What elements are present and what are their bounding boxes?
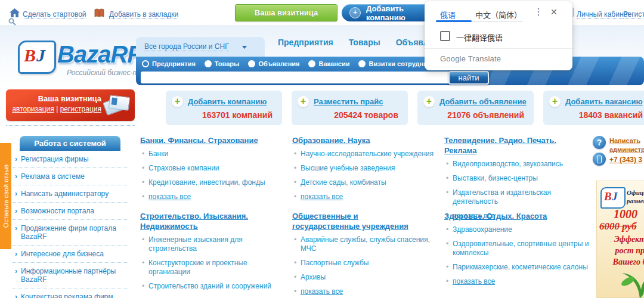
personal-cabinet-link[interactable]: Личный кабинет bbox=[577, 10, 630, 19]
show-all-link[interactable]: показать все bbox=[292, 193, 438, 201]
radio-icon[interactable] bbox=[248, 60, 255, 67]
category-link[interactable]: Видеопроизводство, звукозапись bbox=[444, 160, 590, 169]
sidebar: Работа с системой Регистрация фирмы Рекл… bbox=[12, 136, 128, 298]
scope-ads[interactable]: Объявления bbox=[248, 60, 299, 67]
find-button[interactable]: найти bbox=[448, 71, 489, 85]
plant-icon bbox=[616, 266, 644, 298]
category-title[interactable]: Образование. Наука bbox=[292, 135, 422, 145]
phone-icon bbox=[593, 153, 606, 166]
radio-icon[interactable] bbox=[358, 60, 366, 67]
sidebar-item-info-partners[interactable]: Информационные партнёры BazaRF bbox=[12, 263, 128, 288]
add-bookmarks-link[interactable]: Добавить в закладки bbox=[109, 10, 178, 19]
sidebar-item-business-interest[interactable]: Интересное для бизнеса bbox=[12, 246, 128, 263]
more-options-icon[interactable]: ⋮ bbox=[534, 6, 543, 17]
category-link[interactable]: Паспортные службы bbox=[292, 259, 438, 268]
category-link[interactable]: Инженерные изыскания для строительства bbox=[140, 235, 286, 253]
category-title[interactable]: Общественные и государственные учреждени… bbox=[292, 211, 422, 231]
links-divider: | bbox=[56, 105, 58, 113]
registration-link[interactable]: Регистрация bbox=[623, 10, 644, 19]
scope-vacancies[interactable]: Вакансии bbox=[308, 60, 349, 67]
register-link[interactable]: регистрация bbox=[60, 105, 101, 113]
category-link[interactable]: Выставки, бизнес-центры bbox=[444, 174, 590, 183]
category-link[interactable]: Научно-исследовательские учреждения bbox=[292, 150, 438, 159]
category-title[interactable]: Банки. Финансы. Страхование bbox=[140, 135, 270, 145]
category-link[interactable]: Аварийные службы, службы спасения, МЧС bbox=[292, 235, 438, 253]
scope-companies[interactable]: Предприятия bbox=[142, 60, 196, 67]
place-price-link[interactable]: Разместить прайс bbox=[314, 97, 383, 106]
radio-selected-icon[interactable] bbox=[142, 60, 149, 67]
search-input[interactable] bbox=[141, 72, 460, 83]
category-banks-finance: Банки. Финансы. Страхование Банки Страхо… bbox=[140, 135, 286, 207]
your-card-button[interactable]: Ваша визитница bbox=[235, 4, 338, 21]
category-education-science: Образование. Наука Научно-исследовательс… bbox=[292, 135, 438, 207]
category-link[interactable]: Издательства и издательская деятельность bbox=[444, 188, 590, 206]
category-link[interactable]: Детские сады, комбинаты bbox=[292, 178, 438, 187]
scope-label: Вакансии bbox=[318, 60, 349, 67]
category-link[interactable]: Строительство зданий и сооружений bbox=[140, 282, 286, 291]
plus-icon: + bbox=[298, 96, 309, 107]
scope-label: Предприятия bbox=[152, 60, 196, 67]
logo-main-text: BazaRF bbox=[57, 41, 141, 67]
category-link[interactable]: Парикмахерские, косметические салоны bbox=[444, 263, 590, 272]
write-admin-link[interactable]: Написать администратору bbox=[609, 136, 644, 154]
category-link[interactable]: Банки bbox=[140, 150, 286, 159]
category-link[interactable]: Архивы bbox=[292, 273, 438, 282]
category-title[interactable]: Здоровье. Отдых. Красота bbox=[444, 211, 574, 221]
scope-label: Объявления bbox=[258, 60, 299, 67]
feedback-tab[interactable]: Оставьте свой отзыв bbox=[0, 143, 11, 249]
nav-goods[interactable]: Товары bbox=[349, 38, 380, 47]
search-icon bbox=[8, 17, 16, 28]
category-title[interactable]: Строительство. Изыскания. Недвижимость bbox=[140, 211, 270, 231]
logo-letter-b: B bbox=[24, 45, 36, 66]
radio-icon[interactable] bbox=[205, 60, 212, 67]
category-link[interactable]: Кредитование, инвестиции, фонды bbox=[140, 178, 286, 187]
feedback-tab-label: Оставьте свой отзыв bbox=[2, 164, 10, 228]
category-title[interactable]: Телевидение. Радио. Печать. Реклама bbox=[444, 135, 574, 156]
scope-goods[interactable]: Товары bbox=[205, 60, 240, 67]
sidebar-item-firm-registration[interactable]: Регистрация фирмы bbox=[12, 151, 128, 168]
radio-icon[interactable] bbox=[308, 60, 315, 67]
always-translate-label: 一律翻译俄语 bbox=[456, 32, 503, 43]
show-all-link[interactable]: показать все bbox=[444, 277, 590, 286]
category-link[interactable]: Страховые компании bbox=[140, 164, 286, 173]
phone-number-link[interactable]: +7 (343) 3 bbox=[609, 156, 642, 164]
add-company-card-link[interactable]: Добавить компанию bbox=[188, 97, 267, 106]
login-link[interactable]: авторизация bbox=[12, 105, 54, 113]
bazarf-logo-mark[interactable]: B J bbox=[18, 41, 56, 74]
tab-target-language[interactable]: 中文（简体） bbox=[475, 9, 522, 20]
category-link[interactable]: Здравоохранение bbox=[444, 225, 590, 234]
sidebar-item-portal-features[interactable]: Возможности портала bbox=[12, 203, 128, 220]
banner-slogan-line: рост прибыли bbox=[597, 245, 644, 256]
always-translate-checkbox[interactable] bbox=[440, 31, 450, 41]
make-start-page-link[interactable]: Сделать стартовой bbox=[23, 10, 86, 19]
sidebar-item-write-admin[interactable]: Написать администратору bbox=[12, 185, 128, 203]
add-ad-link[interactable]: Добавить объявление bbox=[439, 97, 527, 106]
banner-line2: размещение bbox=[627, 197, 644, 204]
dotted-divider bbox=[6, 125, 135, 126]
logo-letter-j: J bbox=[36, 45, 45, 66]
category-link[interactable]: Оздоровительные, спортивные центры и ком… bbox=[444, 240, 590, 257]
add-ad-card: + Добавить объявление 21076 объявлений bbox=[417, 91, 534, 125]
promo-banner[interactable]: B J Официальное размещение 1000 6000 руб… bbox=[596, 181, 644, 298]
add-vacancy-link[interactable]: Добавить вакансию bbox=[565, 97, 643, 106]
category-construction-realestate: Строительство. Изыскания. Недвижимость И… bbox=[140, 211, 286, 298]
show-all-link[interactable]: показать все bbox=[292, 287, 438, 296]
business-cards-icon bbox=[104, 93, 131, 117]
show-all-link[interactable]: показать все bbox=[140, 193, 286, 201]
tab-source-language[interactable]: 俄语 bbox=[440, 9, 456, 20]
sidebar-item-context-ads[interactable]: Контекстная реклама фирм bbox=[12, 288, 128, 298]
nav-companies[interactable]: Предприятия bbox=[278, 38, 333, 47]
ads-count: 21076 объявлений bbox=[447, 110, 524, 120]
category-link[interactable]: Конструкторские и проектные организации bbox=[140, 259, 286, 277]
banner-slogan-line: Эффективный bbox=[597, 234, 644, 245]
sidebar-item-firm-promotion[interactable]: Продвижение фирм портала BazaRF bbox=[12, 220, 128, 246]
add-company-card: + Добавить компанию 163701 компаний bbox=[166, 91, 282, 125]
sidebar-title: Работа с системой bbox=[20, 136, 120, 151]
search-scope-row: Предприятия Товары Объявления Вакансии В… bbox=[142, 60, 439, 67]
vacancies-count: 18403 вакансий bbox=[579, 110, 643, 120]
category-public-state: Общественные и государственные учреждени… bbox=[292, 211, 438, 298]
region-selector-link[interactable]: Все города России и СНГ bbox=[144, 42, 229, 51]
sidebar-item-advertising[interactable]: Реклама в системе bbox=[12, 168, 128, 185]
close-icon[interactable]: ✕ bbox=[550, 7, 558, 17]
category-link[interactable]: Высшие учебные заведения bbox=[292, 164, 438, 173]
